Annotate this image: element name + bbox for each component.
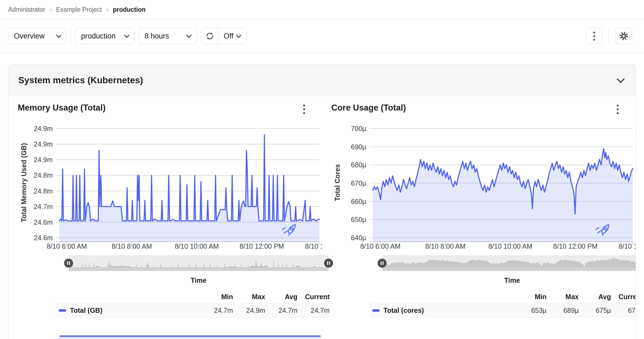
legend-series-row[interactable]: Total (cores) 653µ 689µ 675µ 677µ xyxy=(370,303,636,318)
breadcrumb-separator-icon: › xyxy=(106,6,108,13)
series-swatch xyxy=(59,309,66,312)
more-options-button[interactable] xyxy=(586,28,602,44)
dashboard-page: Administrator › Example Project › produc… xyxy=(0,0,644,339)
series-min: 653µ xyxy=(514,307,546,314)
settings-button[interactable] xyxy=(616,28,632,44)
toolbar: Overview production 8 hours xyxy=(0,19,644,53)
legend-series-row[interactable]: Total (GB) 24.7m 24.9m 24.7m 24.7m xyxy=(56,303,330,318)
y-axis-title: Total Memory Used (GB) xyxy=(18,125,30,254)
chart-title: Memory Usage (Total) xyxy=(18,103,106,113)
legend-col-current: Current xyxy=(611,293,636,301)
svg-text:8/10 6:00 AM: 8/10 6:00 AM xyxy=(47,242,87,250)
series-max: 24.9m xyxy=(233,307,265,314)
chart-menu-button[interactable] xyxy=(302,103,307,116)
refresh-interval-select[interactable]: Off xyxy=(218,28,246,44)
core-usage-chart[interactable]: 700µ690µ680µ670µ660µ650µ640µ8/10 6:00 AM… xyxy=(343,125,636,254)
brush-handle-left[interactable] xyxy=(63,258,74,268)
view-select-label: Overview xyxy=(14,32,45,40)
svg-text:24.7m: 24.7m xyxy=(34,203,53,210)
svg-text:650µ: 650µ xyxy=(351,216,366,223)
legend-table: Min Max Avg Current Total (GB) 24.7m 24.… xyxy=(56,288,330,318)
svg-text:24.6m: 24.6m xyxy=(34,234,53,242)
legend-col-min: Min xyxy=(514,293,546,301)
svg-text:680µ: 680µ xyxy=(351,161,366,169)
refresh-button[interactable] xyxy=(201,28,218,44)
toolbar-left: Overview production 8 hours xyxy=(8,27,246,45)
chevron-down-icon xyxy=(56,32,61,38)
core-usage-card: Core Usage (Total) Total Cores 700µ690µ6… xyxy=(322,103,636,318)
svg-text:24.6m: 24.6m xyxy=(34,218,53,226)
svg-text:700µ: 700µ xyxy=(351,125,366,132)
memory-usage-card: Memory Usage (Total) Total Memory Used (… xyxy=(8,103,322,318)
svg-text:660µ: 660µ xyxy=(351,198,366,205)
series-avg: 675µ xyxy=(579,307,611,314)
legend-col-max: Max xyxy=(546,293,579,301)
refresh-icon xyxy=(205,31,215,41)
chevron-down-icon xyxy=(124,32,129,38)
panel-header[interactable]: System metrics (Kubernetes) xyxy=(8,65,636,96)
svg-text:24.8m: 24.8m xyxy=(34,171,53,179)
series-name: Total (GB) xyxy=(70,307,201,314)
time-brush[interactable] xyxy=(382,255,636,271)
collapse-chevron-icon[interactable] xyxy=(617,75,625,83)
time-range-select-label: 8 hours xyxy=(144,32,169,40)
legend-col-avg: Avg xyxy=(265,293,297,301)
brush-minimap[interactable] xyxy=(69,255,329,271)
time-range-select[interactable]: 8 hours xyxy=(139,28,197,44)
svg-text:8/10 12:00 PM: 8/10 12:00 PM xyxy=(240,242,284,250)
chart-title: Core Usage (Total) xyxy=(331,103,406,113)
refresh-group: Off xyxy=(201,28,246,44)
svg-text:8/10 10:00 AM: 8/10 10:00 AM xyxy=(488,242,532,250)
environment-select-label: production xyxy=(81,32,116,40)
series-avg: 24.7m xyxy=(265,307,297,314)
x-axis-title: Time xyxy=(69,276,329,284)
legend-header-row: Min Max Avg Current xyxy=(56,288,330,303)
breadcrumb-separator-icon: › xyxy=(49,6,52,13)
breadcrumb: Administrator › Example Project › produc… xyxy=(0,0,644,19)
series-current: 677µ xyxy=(611,307,636,314)
breadcrumb-item-administrator[interactable]: Administrator xyxy=(8,6,45,13)
panel-title: System metrics (Kubernetes) xyxy=(18,75,143,85)
svg-text:24.9m: 24.9m xyxy=(34,125,53,132)
svg-text:8/10 1:46: 8/10 1:46 xyxy=(305,242,322,250)
chevron-down-icon xyxy=(186,32,192,38)
kebab-icon xyxy=(303,105,305,106)
svg-text:24.9m: 24.9m xyxy=(34,140,53,148)
memory-usage-chart[interactable]: 24.9m24.9m24.9m24.8m24.8m24.7m24.6m24.6m… xyxy=(30,125,322,254)
svg-text:8/10 1:46: 8/10 1:46 xyxy=(619,242,636,250)
environment-select[interactable]: production xyxy=(75,28,134,44)
next-chart-peek xyxy=(60,335,321,339)
brush-minimap[interactable] xyxy=(382,255,636,271)
chart-menu-button[interactable] xyxy=(615,103,620,116)
kebab-icon xyxy=(617,105,619,106)
svg-text:8/10 12:00 PM: 8/10 12:00 PM xyxy=(553,242,598,250)
series-swatch xyxy=(372,309,380,312)
svg-text:24.8m: 24.8m xyxy=(34,187,53,195)
svg-text:8/10 6:00 AM: 8/10 6:00 AM xyxy=(360,242,400,250)
svg-text:8/10 8:00 AM: 8/10 8:00 AM xyxy=(425,242,465,250)
svg-text:640µ: 640µ xyxy=(351,234,366,242)
brush-handle-left[interactable] xyxy=(377,258,387,268)
series-name: Total (cores) xyxy=(383,307,514,314)
time-brush[interactable] xyxy=(69,255,329,271)
kebab-icon xyxy=(593,32,595,34)
breadcrumb-item-project[interactable]: Example Project xyxy=(56,6,102,13)
card-header: Core Usage (Total) xyxy=(331,103,636,117)
chart-body: Total Memory Used (GB) 24.9m24.9m24.9m24… xyxy=(18,125,322,254)
series-min: 24.7m xyxy=(201,307,233,314)
toolbar-divider xyxy=(71,27,71,45)
svg-text:24.9m: 24.9m xyxy=(34,156,53,163)
y-axis-title: Total Cores xyxy=(331,125,343,254)
legend-col-max: Max xyxy=(233,293,265,301)
legend-col-min: Min xyxy=(201,293,233,301)
legend-header-row: Min Max Avg Current xyxy=(370,288,636,303)
charts-row: Memory Usage (Total) Total Memory Used (… xyxy=(8,96,636,318)
x-axis-title: Time xyxy=(382,276,636,284)
svg-text:8/10 10:00 AM: 8/10 10:00 AM xyxy=(175,242,219,250)
toolbar-divider xyxy=(609,27,609,45)
view-select[interactable]: Overview xyxy=(8,28,66,44)
svg-text:690µ: 690µ xyxy=(351,143,366,151)
refresh-interval-label: Off xyxy=(224,32,234,40)
svg-text:8/10 8:00 AM: 8/10 8:00 AM xyxy=(112,242,152,250)
breadcrumb-item-current: production xyxy=(113,6,146,13)
